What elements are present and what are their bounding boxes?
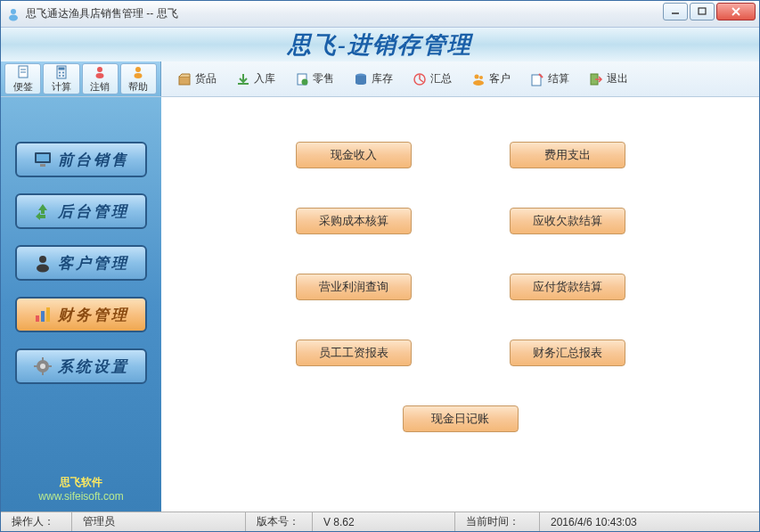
minimize-button[interactable] xyxy=(663,3,688,20)
svg-point-26 xyxy=(479,76,483,79)
note-tool[interactable]: 便签 xyxy=(4,63,41,94)
person-icon xyxy=(33,253,53,273)
goods-icon xyxy=(177,72,192,86)
window-title: 思飞通达渔具店销售管理 -- 思飞 xyxy=(26,6,178,21)
status-operator-label: 操作人： xyxy=(1,512,72,531)
calc-tool[interactable]: 计算 xyxy=(43,63,79,94)
svg-point-33 xyxy=(39,256,46,263)
svg-rect-37 xyxy=(46,307,50,322)
exit-tool[interactable]: 退出 xyxy=(580,68,637,90)
svg-point-22 xyxy=(302,78,308,85)
svg-point-1 xyxy=(9,14,18,20)
summary-icon xyxy=(413,72,427,86)
app-banner: 思飞-进销存管理 xyxy=(1,28,759,61)
svg-rect-41 xyxy=(42,372,44,375)
customer-icon xyxy=(471,72,486,86)
nav-customer-mgmt[interactable]: 客户管理 xyxy=(15,245,147,281)
svg-point-18 xyxy=(135,73,143,78)
note-icon xyxy=(16,65,30,79)
settle-icon xyxy=(530,72,544,86)
svg-rect-42 xyxy=(34,365,37,367)
svg-point-17 xyxy=(135,67,141,72)
finance-summary-button[interactable]: 财务汇总报表 xyxy=(510,340,625,366)
svg-point-13 xyxy=(59,75,61,77)
content-area: 现金收入 费用支出 采购成本核算 应收欠款结算 营业利润查询 应付货款结算 员工… xyxy=(161,97,759,512)
software-name: 思飞软件 xyxy=(38,475,123,490)
action-grid: 现金收入 费用支出 采购成本核算 应收欠款结算 营业利润查询 应付货款结算 员工… xyxy=(161,142,759,432)
status-operator: 管理员 xyxy=(72,512,246,531)
svg-rect-32 xyxy=(40,164,45,167)
svg-point-25 xyxy=(475,74,479,78)
status-version-label: 版本号： xyxy=(246,512,313,531)
toolbar-row: 便签 计算 注销 帮助 货品 入库 零售 库存 汇总 客户 结算 退出 xyxy=(1,61,759,97)
svg-rect-3 xyxy=(699,8,706,14)
payable-settle-button[interactable]: 应付货款结算 xyxy=(510,274,625,300)
inventory-icon xyxy=(354,72,368,86)
goods-tool[interactable]: 货品 xyxy=(168,68,225,90)
status-version: V 8.62 xyxy=(313,512,455,531)
window-controls xyxy=(663,3,756,20)
svg-point-11 xyxy=(59,71,61,73)
calculator-icon xyxy=(54,65,69,79)
svg-rect-28 xyxy=(532,75,541,86)
gear-icon xyxy=(33,356,53,376)
app-window: 思飞通达渔具店销售管理 -- 思飞 思飞-进销存管理 便签 计算 注销 xyxy=(0,0,760,532)
close-button[interactable] xyxy=(716,3,756,20)
stockin-icon xyxy=(236,72,250,86)
customer-tool[interactable]: 客户 xyxy=(462,68,519,90)
monitor-icon xyxy=(33,150,53,169)
svg-rect-10 xyxy=(58,67,64,70)
sidebar: 前台销售 后台管理 客户管理 财务管理 系统设置 思飞软件 www.sifeis… xyxy=(1,97,161,512)
nav-back-mgmt[interactable]: 后台管理 xyxy=(15,193,147,229)
chart-icon xyxy=(33,305,53,324)
exit-icon xyxy=(589,72,603,86)
maximize-button[interactable] xyxy=(690,3,715,20)
side-tools: 便签 计算 注销 帮助 xyxy=(1,61,161,96)
logout-tool[interactable]: 注销 xyxy=(82,63,118,94)
cash-journal-button[interactable]: 现金日记账 xyxy=(403,405,519,432)
receivable-settle-button[interactable]: 应收欠款结算 xyxy=(510,208,625,234)
titlebar: 思飞通达渔具店销售管理 -- 思飞 xyxy=(1,1,759,28)
purchase-cost-button[interactable]: 采购成本核算 xyxy=(296,208,412,234)
salary-report-button[interactable]: 员工工资报表 xyxy=(296,340,412,366)
software-link[interactable]: 思飞软件 www.sifeisoft.com xyxy=(38,475,123,503)
nav-finance-mgmt[interactable]: 财务管理 xyxy=(15,297,147,332)
help-tool[interactable]: 帮助 xyxy=(120,63,157,94)
svg-rect-36 xyxy=(41,311,45,322)
svg-point-0 xyxy=(11,9,16,14)
nav-system-settings[interactable]: 系统设置 xyxy=(15,348,147,384)
svg-rect-20 xyxy=(238,83,249,85)
svg-rect-43 xyxy=(48,365,52,367)
svg-rect-19 xyxy=(179,77,190,85)
expense-button[interactable]: 费用支出 xyxy=(510,142,625,168)
banner-text: 思飞-进销存管理 xyxy=(288,29,472,61)
svg-point-16 xyxy=(96,73,104,78)
svg-point-34 xyxy=(37,265,49,273)
svg-point-39 xyxy=(40,364,45,369)
summary-tool[interactable]: 汇总 xyxy=(404,68,461,90)
inventory-tool[interactable]: 库存 xyxy=(345,68,402,90)
body-row: 前台销售 后台管理 客户管理 财务管理 系统设置 思飞软件 www.sifeis… xyxy=(1,97,759,512)
main-toolbar: 货品 入库 零售 库存 汇总 客户 结算 退出 xyxy=(161,61,759,96)
logout-icon xyxy=(93,65,107,79)
stockin-tool[interactable]: 入库 xyxy=(227,68,284,90)
svg-rect-35 xyxy=(36,315,39,322)
status-time-label: 当前时间： xyxy=(455,512,540,531)
software-url: www.sifeisoft.com xyxy=(38,490,123,503)
svg-point-15 xyxy=(97,67,102,72)
app-icon xyxy=(6,7,20,21)
svg-point-14 xyxy=(62,75,64,77)
profit-query-button[interactable]: 营业利润查询 xyxy=(296,274,412,300)
nav-front-sales[interactable]: 前台销售 xyxy=(15,142,147,177)
retail-icon xyxy=(295,72,309,86)
cash-income-button[interactable]: 现金收入 xyxy=(296,142,412,168)
svg-rect-31 xyxy=(37,154,49,161)
recycle-icon xyxy=(33,201,53,221)
settle-tool[interactable]: 结算 xyxy=(521,68,578,90)
svg-point-27 xyxy=(473,80,484,86)
retail-tool[interactable]: 零售 xyxy=(286,68,343,90)
svg-rect-40 xyxy=(42,357,44,361)
help-icon xyxy=(131,65,145,79)
statusbar: 操作人： 管理员 版本号： V 8.62 当前时间： 2016/4/6 10:4… xyxy=(1,512,759,531)
status-time: 2016/4/6 10:43:03 xyxy=(540,512,759,531)
